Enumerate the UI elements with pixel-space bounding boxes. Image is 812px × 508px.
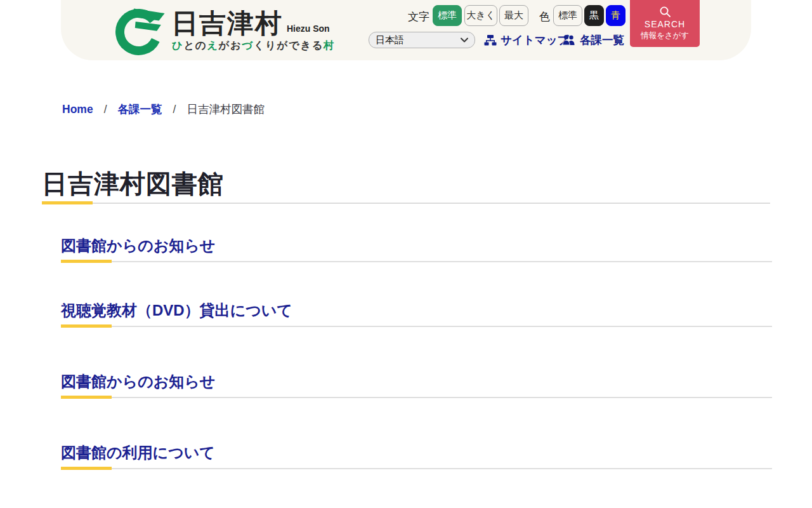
font-size-large-button[interactable]: 大きく	[464, 5, 497, 26]
section-link[interactable]: 図書館からのお知らせ	[61, 372, 772, 391]
section-divider	[61, 396, 772, 399]
people-icon	[562, 34, 576, 46]
sitemap-icon	[484, 34, 497, 46]
breadcrumb-home-link[interactable]: Home	[62, 103, 93, 116]
breadcrumb: Home / 各課一覧 / 日吉津村図書館	[62, 102, 265, 117]
title-divider	[42, 201, 770, 205]
section-library-news-1: 図書館からのお知らせ	[61, 236, 772, 263]
search-button-label: SEARCH	[645, 19, 685, 29]
section-divider	[61, 260, 772, 263]
breadcrumb-separator: /	[173, 103, 176, 116]
color-blue-button[interactable]: 青	[606, 5, 625, 26]
font-size-max-button[interactable]: 最大	[499, 5, 528, 26]
section-dvd-lending: 視聴覚教材（DVD）貸出について	[61, 301, 772, 328]
page: 日吉津村 Hiezu Son ひとのえがおづくりができる村 文字 標準 大きく …	[0, 0, 812, 508]
section-divider	[61, 467, 772, 470]
department-list-link[interactable]: 各課一覧	[562, 32, 624, 48]
breadcrumb-departments-link[interactable]: 各課一覧	[118, 102, 162, 117]
section-link[interactable]: 図書館の利用について	[61, 443, 772, 462]
page-title: 日吉津村図書館	[42, 166, 224, 201]
section-library-usage: 図書館の利用について	[61, 443, 772, 470]
color-black-button[interactable]: 黒	[584, 5, 604, 26]
site-logo-link[interactable]: 日吉津村 Hiezu Son ひとのえがおづくりができる村	[113, 3, 398, 58]
village-emblem-icon	[113, 4, 167, 57]
search-button[interactable]: SEARCH 情報をさがす	[630, 0, 700, 47]
breadcrumb-separator: /	[104, 103, 107, 116]
breadcrumb-current-page: 日吉津村図書館	[187, 102, 265, 117]
site-title: 日吉津村	[171, 6, 283, 41]
divider-line	[42, 203, 770, 204]
language-select-value: 日本語	[376, 34, 404, 46]
site-title-romaji: Hiezu Son	[287, 23, 330, 34]
search-icon	[659, 6, 671, 18]
font-size-standard-button[interactable]: 標準	[433, 5, 462, 26]
section-link[interactable]: 視聴覚教材（DVD）貸出について	[61, 301, 772, 320]
search-button-sublabel: 情報をさがす	[641, 30, 689, 41]
chevron-down-icon	[461, 37, 468, 43]
department-list-link-label: 各課一覧	[580, 32, 624, 48]
section-library-news-2: 図書館からのお知らせ	[61, 372, 772, 399]
sitemap-link[interactable]: サイトマップ	[484, 32, 568, 48]
site-tagline: ひとのえがおづくりができる村	[172, 39, 335, 53]
color-standard-button[interactable]: 標準	[553, 5, 582, 26]
sitemap-link-label: サイトマップ	[501, 32, 568, 48]
font-size-label: 文字	[408, 10, 429, 24]
color-scheme-label: 色	[539, 10, 550, 24]
language-select[interactable]: 日本語	[369, 32, 475, 48]
divider-accent	[42, 201, 93, 204]
section-link[interactable]: 図書館からのお知らせ	[61, 236, 772, 255]
site-header: 日吉津村 Hiezu Son ひとのえがおづくりができる村 文字 標準 大きく …	[61, 0, 751, 60]
section-divider	[61, 324, 772, 328]
